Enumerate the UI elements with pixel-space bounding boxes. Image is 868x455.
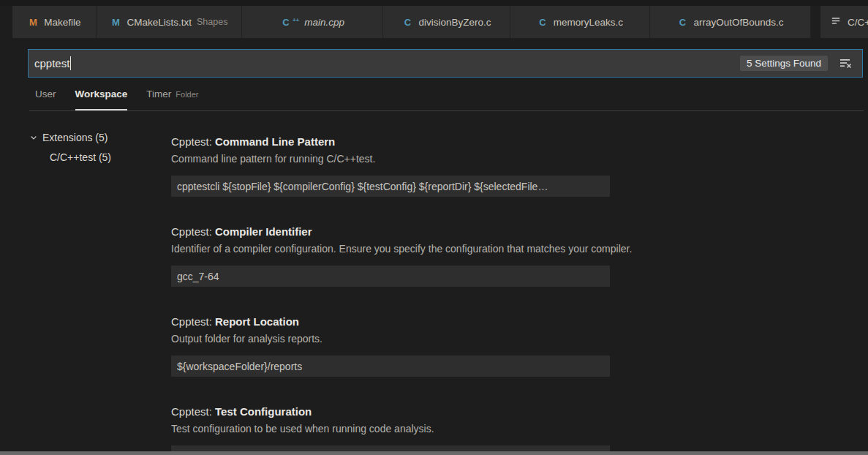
tab-memoryleaks[interactable]: C memoryLeaks.c — [510, 6, 650, 38]
c-file-icon: C — [676, 17, 688, 28]
tab-label: main.cpp — [304, 17, 344, 28]
tab-label: divisionByZero.c — [418, 17, 491, 28]
setting-description: Identifier of a compiler configuration. … — [171, 242, 868, 255]
setting-description: Output folder for analysis reports. — [171, 332, 868, 345]
setting-test-configuration: Cpptest: Test Configuration Test configu… — [171, 405, 868, 455]
tab-bar-left-gap — [0, 6, 12, 38]
scope-tab-user[interactable]: User — [35, 78, 56, 110]
tab-label: memoryLeaks.c — [554, 17, 623, 28]
filter-clear-icon — [839, 57, 853, 69]
tab-bar-gap — [811, 6, 820, 38]
report-location-input[interactable] — [171, 356, 610, 377]
setting-description: Command line pattern for running C/C++te… — [171, 152, 868, 165]
settings-search-input[interactable]: cpptest 5 Settings Found — [28, 49, 863, 78]
setting-compiler-identifier: Cpptest: Compiler Identifier Identifier … — [171, 225, 868, 287]
text-caret — [70, 56, 71, 70]
setting-command-line-pattern: Cpptest: Command Line Pattern Command li… — [171, 135, 868, 197]
setting-title: Cpptest: Report Location — [171, 315, 868, 329]
tab-label: arrayOutOfBounds.c — [693, 17, 783, 28]
settings-list-icon — [831, 15, 842, 29]
toc-item-label: Extensions (5) — [42, 132, 107, 143]
c-file-icon: C — [401, 17, 413, 28]
setting-category: Cpptest: — [171, 135, 215, 148]
c-file-icon: C — [537, 17, 548, 28]
tab-label: C/C+ — [848, 17, 868, 28]
cpp-file-icon: C — [280, 17, 292, 28]
tab-settings-editor[interactable]: C/C+ — [820, 6, 868, 38]
settings-found-badge: 5 Settings Found — [740, 56, 828, 71]
tab-makefile[interactable]: M Makefile — [12, 6, 97, 38]
clear-filters-button[interactable] — [837, 55, 855, 72]
tab-main-cpp[interactable]: C ++ main.cpp — [242, 6, 383, 38]
setting-description: Test configuration to be used when runni… — [171, 422, 868, 435]
setting-label: Test Configuration — [215, 405, 312, 418]
setting-label: Report Location — [215, 315, 299, 328]
tab-folder-hint: Shapes — [197, 17, 227, 27]
vscode-window: M Makefile M CMakeLists.txt Shapes C ++ … — [0, 0, 868, 455]
scope-tab-label: User — [35, 89, 56, 99]
command-line-pattern-input[interactable] — [171, 176, 610, 197]
scope-tab-suffix: Folder — [176, 90, 198, 99]
setting-label: Command Line Pattern — [215, 135, 335, 148]
window-top-edge — [0, 0, 868, 6]
tab-cmakelists[interactable]: M CMakeLists.txt Shapes — [97, 6, 242, 38]
tab-label: CMakeLists.txt — [127, 17, 192, 28]
setting-label: Compiler Identifier — [215, 225, 312, 238]
editor-tab-bar: M Makefile M CMakeLists.txt Shapes C ++ … — [0, 6, 868, 38]
toc-item-label: C/C++test (5) — [50, 151, 111, 163]
tab-label: Makefile — [44, 17, 80, 28]
tab-divisionbyzero[interactable]: C divisionByZero.c — [383, 6, 510, 38]
search-query-text: cpptest — [34, 57, 69, 69]
settings-list: Cpptest: Command Line Pattern Command li… — [171, 111, 868, 455]
toc-item-cpptest[interactable]: C/C++test (5) — [29, 149, 171, 165]
toc-item-extensions[interactable]: Extensions (5) — [29, 129, 171, 146]
makefile-file-icon: M — [27, 17, 39, 28]
setting-category: Cpptest: — [171, 405, 215, 418]
tab-arrayoutofbounds[interactable]: C arrayOutOfBounds.c — [650, 6, 811, 38]
scope-tab-workspace[interactable]: Workspace — [75, 78, 128, 110]
setting-category: Cpptest: — [171, 225, 215, 238]
setting-title: Cpptest: Compiler Identifier — [171, 225, 868, 239]
setting-report-location: Cpptest: Report Location Output folder f… — [171, 315, 868, 377]
setting-title: Cpptest: Command Line Pattern — [171, 135, 868, 149]
scope-tab-label: Timer — [146, 89, 171, 99]
setting-category: Cpptest: — [171, 315, 215, 328]
setting-title: Cpptest: Test Configuration — [171, 405, 868, 419]
cmake-file-icon: M — [110, 17, 122, 28]
compiler-identifier-input[interactable] — [171, 266, 610, 287]
window-bottom-edge — [0, 451, 868, 455]
scope-tab-timer-folder[interactable]: Timer Folder — [146, 78, 198, 110]
settings-content: Extensions (5) C/C++test (5) Cpptest: Co… — [0, 111, 868, 455]
scope-tab-label: Workspace — [75, 89, 128, 99]
chevron-down-icon[interactable] — [29, 133, 38, 142]
cpp-file-icon-plus: ++ — [293, 17, 299, 23]
settings-scope-tabs: User Workspace Timer Folder — [29, 78, 864, 111]
settings-toc: Extensions (5) C/C++test (5) — [0, 111, 171, 169]
